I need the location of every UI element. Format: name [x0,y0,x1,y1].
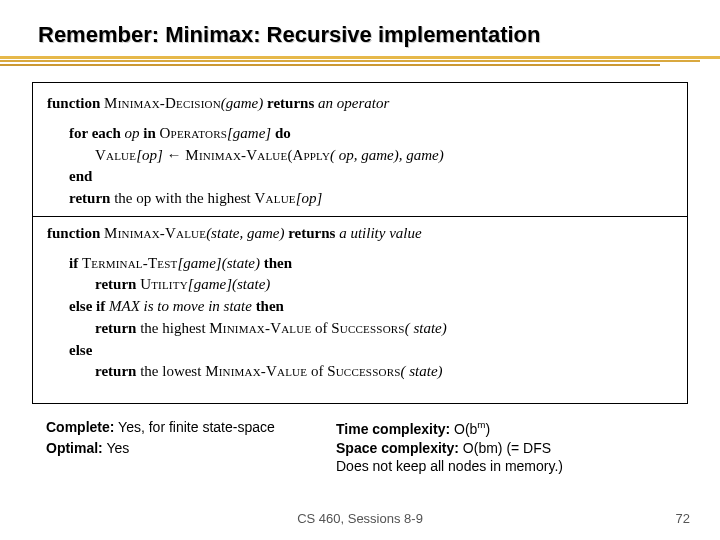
kw-elseif: else if [69,298,105,314]
complete-value: Yes, for finite state-space [118,419,275,435]
elseif-max-line: else if MAX is to move in state then [47,296,673,318]
complete-cell: Complete: Yes, for finite state-space [46,418,336,439]
kw-function: function [47,95,100,111]
optimal-value: Yes [106,440,129,456]
value-fn-2: Value [255,190,296,206]
space-label: Space complexity: [336,440,459,456]
minimax-value-fn-2: Minimax-Value [209,320,311,336]
time-cell: Time complexity: O(bm) [336,418,686,439]
kw-function-2: function [47,225,100,241]
state-br-1: [game](state) [178,255,261,271]
return-highest-line: return the highest Minimax-Value of Succ… [47,318,673,340]
game-bracket: [game] [227,125,271,141]
return-op-line: return the op with the highest Value[op] [47,188,673,210]
max-clause: MAX is to move in state [109,298,252,314]
space-cell: Space complexity: O(bm) (= DFS [336,439,686,458]
fn-decision-header: function Minimax-Decision(game) returns … [47,93,673,115]
kw-return-4: return [95,363,136,379]
fn-decision-ret: an operator [318,95,389,111]
value-op-br-2: [op] [296,190,323,206]
fn-name-decision: Minimax-Decision [104,95,221,111]
txt-highest: the highest [140,320,205,336]
minimax-value-fn-1: Minimax-Value [185,147,287,163]
complexity-block: Complete: Yes, for finite state-space Ti… [46,418,686,476]
slide-title: Remember: Minimax: Recursive implementat… [38,22,680,48]
optimal-label: Optimal: [46,440,103,456]
successors-fn-1: Successors [331,320,404,336]
kw-if: if [69,255,78,271]
kw-return-1: return [69,190,110,206]
if-terminal-line: if Terminal-Test[game](state) then [47,253,673,275]
value-fn: Value [95,147,136,163]
left-arrow: ← [167,147,182,163]
succ-args-2: ( state) [401,363,443,379]
apply-fn: Apply [292,147,330,163]
footer-text: CS 460, Sessions 8-9 [0,511,720,526]
txt-the-op: the op with the highest [114,190,251,206]
utility-fn: Utility [140,276,188,292]
pseudocode-box: function Minimax-Decision(game) returns … [32,82,688,404]
operators-fn: Operators [160,125,227,141]
kw-then-1: then [264,255,292,271]
kw-end: end [69,168,92,184]
fn-decision-args: (game) [221,95,263,111]
kw-returns: returns [267,95,314,111]
for-each-line: for each op in Operators[game] do [47,123,673,145]
page-number: 72 [676,511,690,526]
kw-do: do [275,125,291,141]
minimax-value-fn-3: Minimax-Value [205,363,307,379]
kw-else: else [69,342,92,358]
decorative-rule [0,52,720,74]
fn-name-value: Minimax-Value [104,225,206,241]
complete-label: Complete: [46,419,114,435]
succ-args-1: ( state) [405,320,447,336]
kw-return-3: return [95,320,136,336]
optimal-cell: Optimal: Yes [46,439,336,458]
slide: Remember: Minimax: Recursive implementat… [0,0,720,540]
kw-returns-2: returns [288,225,335,241]
return-lowest-line: return the lowest Minimax-Value of Succe… [47,361,673,383]
return-utility-line: return Utility[game](state) [47,274,673,296]
space-value: O(bm) (= DFS [463,440,551,456]
kw-foreach: for each [69,125,121,141]
apply-args: ( op, game), game) [330,147,444,163]
terminal-test-fn: Terminal-Test [82,255,178,271]
txt-lowest: the lowest [140,363,201,379]
successors-fn-2: Successors [327,363,400,379]
kw-in: in [143,125,156,141]
state-br-2: [game](state) [188,276,271,292]
kw-then-2: then [256,298,284,314]
fn-value-ret: a utility value [339,225,421,241]
fn-value-args: (state, game) [206,225,284,241]
kw-return-2: return [95,276,136,292]
txt-op: op [125,125,140,141]
time-value: O(bm) [454,421,490,437]
time-label: Time complexity: [336,421,450,437]
divider-line [33,216,687,217]
value-op-br: [op] [136,147,163,163]
fn-value-header: function Minimax-Value(state, game) retu… [47,223,673,245]
assign-line: Value[op] ← Minimax-Value(Apply( op, gam… [47,145,673,167]
space-note: Does not keep all nodes in memory.) [336,457,686,476]
